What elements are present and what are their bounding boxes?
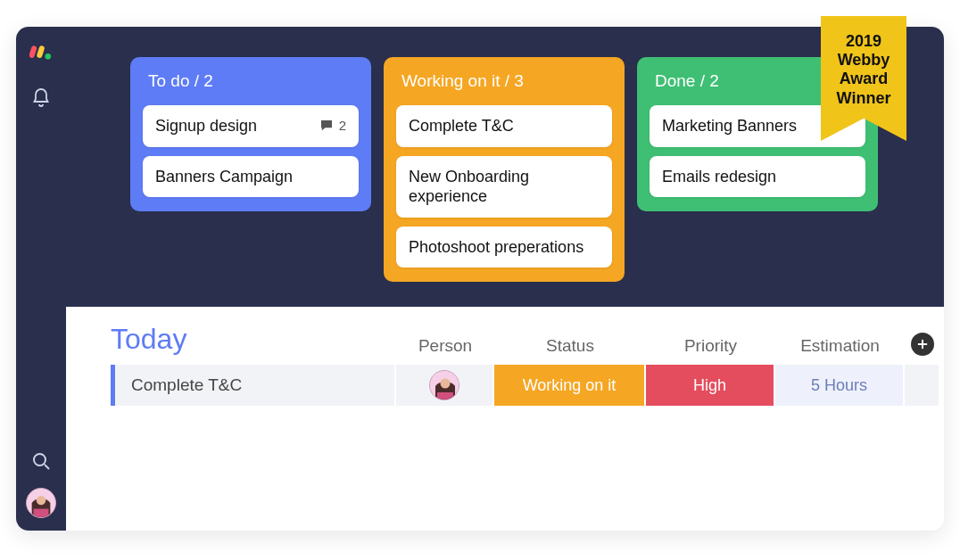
card[interactable]: Emails redesign — [650, 156, 865, 198]
card-title: Signup design — [155, 116, 257, 136]
status-value: Working on it — [523, 376, 617, 395]
col-header-estimation[interactable]: Estimation — [775, 336, 905, 356]
svg-point-6 — [37, 496, 46, 505]
table-row[interactable]: Complete T&C Working on it — [111, 365, 923, 406]
app-window: 2019 Webby Award Winner — [16, 27, 944, 531]
group-title[interactable]: Today — [111, 323, 396, 356]
svg-rect-12 — [437, 392, 453, 400]
card[interactable]: Signup design 2 — [143, 105, 359, 147]
search-icon[interactable] — [30, 450, 52, 472]
card-title: Photoshoot preperations — [409, 237, 583, 258]
add-column-button[interactable] — [911, 333, 934, 356]
award-ribbon-text: 2019 Webby Award Winner — [837, 32, 891, 108]
column-title: Working on it / 3 — [396, 70, 612, 96]
kanban-board: To do / 2 Signup design 2 Banners Campai… — [66, 27, 944, 307]
priority-value: High — [693, 376, 726, 395]
svg-point-3 — [34, 454, 46, 465]
column-working[interactable]: Working on it / 3 Complete T&C New Onboa… — [384, 57, 625, 282]
monday-logo[interactable] — [29, 39, 53, 62]
card[interactable]: New Onboarding experience — [396, 156, 612, 218]
card-comments-count: 2 — [339, 118, 346, 135]
bell-icon[interactable] — [30, 87, 52, 109]
card[interactable]: Complete T&C — [396, 105, 612, 147]
col-header-person[interactable]: Person — [396, 336, 494, 356]
card-title: New Onboarding experience — [409, 167, 600, 207]
svg-rect-1 — [37, 45, 46, 59]
card-title: Marketing Banners — [662, 116, 797, 136]
card[interactable]: Photoshoot preperations — [396, 226, 612, 268]
column-todo[interactable]: To do / 2 Signup design 2 Banners Campai… — [130, 57, 371, 211]
person-avatar — [429, 370, 459, 400]
priority-cell[interactable]: High — [646, 365, 775, 406]
row-trailing-cell — [905, 365, 940, 406]
svg-rect-7 — [34, 509, 49, 517]
row-title-text: Complete T&C — [131, 375, 242, 395]
svg-rect-0 — [29, 45, 37, 59]
table-header-row: Today Person Status Priority Estimation — [111, 323, 923, 365]
user-avatar[interactable] — [26, 488, 56, 518]
svg-point-2 — [46, 54, 52, 60]
estimation-value: 5 Hours — [811, 376, 867, 395]
col-header-status[interactable]: Status — [494, 336, 646, 356]
card-title: Emails redesign — [662, 167, 776, 187]
status-cell[interactable]: Working on it — [494, 365, 646, 406]
col-header-priority[interactable]: Priority — [646, 336, 775, 356]
card-title: Complete T&C — [409, 116, 514, 136]
table-area: Today Person Status Priority Estimation … — [66, 307, 944, 406]
svg-rect-9 — [918, 343, 928, 345]
plus-icon — [915, 337, 930, 351]
card[interactable]: Banners Campaign — [143, 156, 359, 198]
row-title-cell[interactable]: Complete T&C — [111, 365, 396, 406]
card-comments[interactable]: 2 — [319, 118, 346, 135]
card-title: Banners Campaign — [155, 167, 293, 187]
column-title: To do / 2 — [143, 70, 359, 96]
main-area: To do / 2 Signup design 2 Banners Campai… — [66, 27, 944, 531]
svg-point-11 — [441, 379, 451, 389]
person-cell[interactable] — [396, 365, 494, 406]
left-rail — [16, 27, 66, 531]
comment-icon — [319, 118, 335, 134]
svg-line-4 — [45, 465, 49, 469]
estimation-cell[interactable]: 5 Hours — [775, 365, 905, 406]
